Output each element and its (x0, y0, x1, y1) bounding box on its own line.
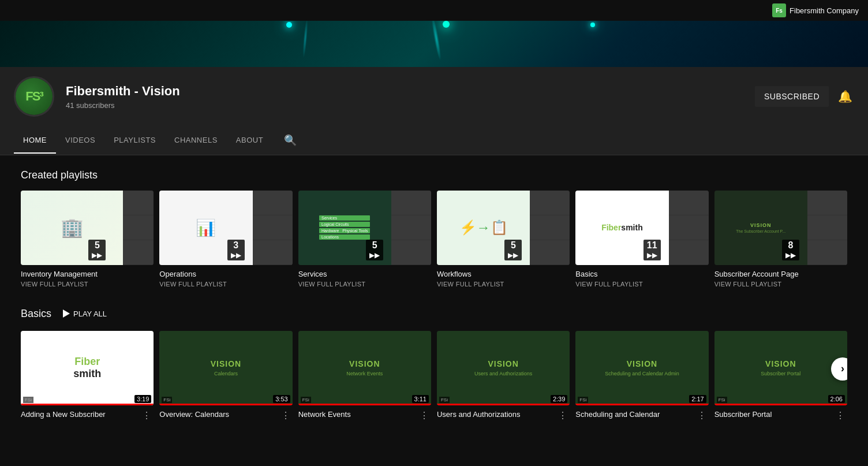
playlist-title-basics: Basics (575, 270, 708, 278)
thumb-stack (807, 191, 847, 265)
duration-badge-1: 3:53 (273, 395, 290, 403)
duration-badge-2: 3:11 (412, 395, 429, 403)
vision-subtitle-4: Scheduling and Calendar Admin (605, 371, 679, 376)
playlist-link-subscriber[interactable]: VIEW FULL PLAYLIST (714, 281, 847, 288)
tab-channels[interactable]: CHANNELS (165, 128, 227, 154)
progress-bar-2 (298, 404, 431, 405)
playlist-card-basics[interactable]: Fibersmith 11 ▶▶ Basics VIEW FULL PLAYLI… (575, 191, 708, 288)
playlist-title-inventory: Inventory Management (21, 270, 154, 278)
vision-subtitle-1: Calendars (214, 371, 238, 376)
thumb-stack-item (391, 240, 431, 265)
video-menu-icon-1[interactable]: ⋮ (279, 410, 293, 421)
video-title-4: Scheduling and Calendar (575, 410, 660, 419)
thumb-inner: ⚡→📋 (437, 191, 570, 265)
topbar-account-name: Fibersmith Company (790, 6, 859, 15)
video-card-0[interactable]: Fibersmith FSi 3:19 Adding a New Subscri… (21, 331, 154, 421)
playlist-card-services[interactable]: Services Logical Circuits Hardware Physi… (298, 191, 431, 288)
channel-nav: HOME VIDEOS PLAYLISTS CHANNELS ABOUT 🔍 (0, 126, 868, 155)
notification-bell-icon[interactable]: 🔔 (836, 87, 854, 106)
avatar-inner: FS³ (16, 78, 53, 115)
video-card-5[interactable]: VISION Subscriber Portal FSi 2:06 Subscr… (714, 331, 847, 421)
tab-playlists[interactable]: PLAYLISTS (104, 128, 165, 154)
thumb-inner: 🏢 (21, 191, 154, 265)
video-thumb-2: VISION Network Events FSi 3:11 (298, 331, 431, 405)
video-thumb-5: VISION Subscriber Portal FSi 2:06 (714, 331, 847, 405)
play-all-button[interactable]: PLAY ALL (58, 306, 111, 322)
subscriber-count: 41 subscribers (66, 101, 180, 110)
search-icon[interactable]: 🔍 (279, 126, 301, 155)
playlist-thumb-operations: 📊 3 ▶▶ (159, 191, 292, 265)
video-menu-icon-5[interactable]: ⋮ (833, 410, 847, 421)
playlist-count-workflows: 5 ▶▶ (504, 240, 522, 260)
thumb-inner-3: VISION Users and Authorizations (437, 331, 570, 405)
fs-badge-5: FSi (717, 397, 727, 403)
playlist-title-subscriber: Subscriber Account Page (714, 270, 847, 278)
video-title-0: Adding a New Subscriber (21, 410, 106, 419)
video-card-1[interactable]: VISION Calendars FSi 3:53 Overview: Cale… (159, 331, 292, 421)
playlist-link-services[interactable]: VIEW FULL PLAYLIST (298, 281, 431, 288)
playlist-card-inventory[interactable]: 🏢 5 ▶▶ Inventory Management VIEW FULL PL… (21, 191, 154, 288)
playlist-thumb-services: Services Logical Circuits Hardware Physi… (298, 191, 431, 265)
tab-about[interactable]: ABOUT (227, 128, 272, 154)
banner-light-1 (286, 22, 292, 28)
playlist-thumb-inventory: 🏢 5 ▶▶ (21, 191, 154, 265)
thumb-stack-item (123, 240, 154, 265)
thumb-inner-4: VISION Scheduling and Calendar Admin (575, 331, 708, 405)
video-menu-icon-4[interactable]: ⋮ (695, 410, 709, 421)
video-card-2[interactable]: VISION Network Events FSi 3:11 Network E… (298, 331, 431, 421)
fs-badge-3: FSi (439, 397, 450, 403)
thumb-stack-item (391, 215, 431, 240)
fs-badge-1: FSi (162, 397, 172, 403)
playlists-row: 🏢 5 ▶▶ Inventory Management VIEW FULL PL… (21, 191, 847, 288)
tab-home[interactable]: HOME (14, 128, 56, 154)
thumb-stack (530, 191, 570, 265)
duration-badge-4: 2:17 (689, 395, 706, 403)
vision-logo-4: VISION (627, 359, 657, 368)
playlist-title-workflows: Workflows (437, 270, 570, 278)
fs-badge-2: FSi (301, 397, 311, 403)
progress-bar-5 (714, 404, 847, 405)
playlist-card-operations[interactable]: 📊 3 ▶▶ Operations VIEW FULL PLAYLIST (159, 191, 292, 288)
video-menu-icon-2[interactable]: ⋮ (417, 410, 431, 421)
playlist-count-inventory: 5 ▶▶ (88, 240, 106, 260)
video-thumb-1: VISION Calendars FSi 3:53 (159, 331, 292, 405)
playlist-link-basics[interactable]: VIEW FULL PLAYLIST (575, 281, 708, 288)
thumb-stack (123, 191, 154, 265)
banner-light-2 (443, 21, 450, 28)
banner-light-3 (590, 23, 595, 27)
playlist-title-operations: Operations (159, 270, 292, 278)
thumb-stack-item (123, 215, 154, 240)
thumb-stack-item (253, 215, 293, 240)
video-title-3: Users and Authorizations (437, 410, 521, 419)
subscribe-button[interactable]: SUBSCRIBED (755, 86, 829, 107)
thumb-stack (253, 191, 293, 265)
playlist-thumb-subscriber: VISION The Subscriber Account P... 8 ▶▶ (714, 191, 847, 265)
playlist-link-inventory[interactable]: VIEW FULL PLAYLIST (21, 281, 154, 288)
thumb-stack-item (669, 215, 709, 240)
vision-logo-5: VISION (765, 359, 796, 368)
video-card-3[interactable]: VISION Users and Authorizations FSi 2:39… (437, 331, 570, 421)
thumb-inner-2: VISION Network Events (298, 331, 431, 405)
playlist-count-services: 5 ▶▶ (366, 240, 383, 260)
playlist-count-operations: 3 ▶▶ (227, 240, 245, 260)
playlist-card-subscriber[interactable]: VISION The Subscriber Account P... 8 ▶▶ … (714, 191, 847, 288)
channel-header: FS³ Fibersmith - Vision 41 subscribers S… (0, 67, 868, 126)
playlist-link-workflows[interactable]: VIEW FULL PLAYLIST (437, 281, 570, 288)
duration-badge-3: 2:39 (551, 395, 567, 403)
vision-subtitle-2: Network Events (346, 371, 383, 376)
playlist-link-operations[interactable]: VIEW FULL PLAYLIST (159, 281, 292, 288)
channel-banner (0, 21, 868, 67)
thumb-stack-item (253, 240, 293, 265)
playlist-card-workflows[interactable]: ⚡→📋 5 ▶▶ Workflows VIEW FULL PLAYLIST (437, 191, 570, 288)
topbar-account[interactable]: Fs Fibersmith Company (772, 3, 859, 17)
progress-bar-3 (437, 404, 570, 405)
channel-text: Fibersmith - Vision 41 subscribers (66, 84, 180, 110)
progress-bar-1 (159, 404, 292, 405)
video-card-4[interactable]: VISION Scheduling and Calendar Admin FSi… (575, 331, 708, 421)
progress-bar-4 (575, 404, 708, 405)
video-menu-icon-3[interactable]: ⋮ (556, 410, 570, 421)
duration-badge-0: 3:19 (134, 395, 151, 403)
thumb-stack-item (669, 191, 709, 215)
tab-videos[interactable]: VIDEOS (56, 128, 104, 154)
video-menu-icon-0[interactable]: ⋮ (140, 410, 154, 421)
